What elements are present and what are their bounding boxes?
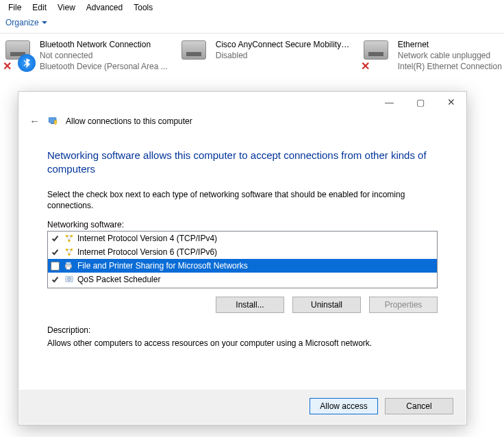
menu-bar: File Edit View Advanced Tools <box>0 0 504 15</box>
list-item-qos[interactable]: QoS Packet Scheduler <box>48 273 437 286</box>
menu-tools[interactable]: Tools <box>128 1 158 14</box>
adapter-name: Cisco AnyConnect Secure Mobility Client … <box>216 39 350 50</box>
adapter-status: Disabled <box>216 50 350 61</box>
list-item-label: Internet Protocol Version 6 (TCP/IPv6) <box>77 247 217 257</box>
uninstall-button[interactable]: Uninstall <box>292 297 361 313</box>
adapter-name: Bluetooth Network Connection <box>40 39 168 50</box>
list-item-label: QoS Packet Scheduler <box>77 275 160 284</box>
dialog-header-text: Allow connections to this computer <box>66 116 192 126</box>
adapter-icon <box>179 39 212 72</box>
allow-access-button[interactable]: Allow access <box>310 398 378 414</box>
menu-edit[interactable]: Edit <box>27 1 52 14</box>
list-item-checkbox[interactable] <box>51 262 60 271</box>
list-item-label: Internet Protocol Version 4 (TCP/IPv4) <box>77 234 217 243</box>
list-buttons-row: Install... Uninstall Properties <box>47 297 438 313</box>
error-x-icon: ✕ <box>361 60 373 72</box>
svg-rect-10 <box>66 266 71 270</box>
shield-monitor-icon <box>48 116 59 127</box>
list-item-ipv6[interactable]: Internet Protocol Version 6 (TCP/IPv6) <box>48 245 437 259</box>
adapter-texts: Bluetooth Network Connection Not connect… <box>40 39 168 73</box>
dialog-footer: Allow access Cancel <box>19 390 466 424</box>
adapter-ethernet[interactable]: ✕ Ethernet Network cable unplugged Intel… <box>361 39 504 73</box>
close-button[interactable]: ✕ <box>436 92 466 112</box>
printer-icon <box>64 260 75 271</box>
svg-rect-1 <box>51 123 54 123</box>
adapter-status: Network cable unplugged <box>398 50 504 61</box>
toolbar: Organize <box>0 15 504 34</box>
list-item-checkbox[interactable] <box>51 275 60 284</box>
adapter-bluetooth[interactable]: ✕ Bluetooth Network Connection Not conne… <box>3 39 168 73</box>
dialog-header: ← Allow connections to this computer <box>18 112 466 134</box>
list-item-file-printer-sharing[interactable]: File and Printer Sharing for Microsoft N… <box>48 259 437 273</box>
error-x-icon: ✕ <box>3 60 15 72</box>
minimize-button[interactable]: — <box>374 92 405 112</box>
networking-software-list[interactable]: Internet Protocol Version 4 (TCP/IPv4) I… <box>47 231 438 288</box>
adapter-icon: ✕ <box>361 39 394 72</box>
menu-view[interactable]: View <box>52 1 81 14</box>
bluetooth-icon <box>18 54 36 72</box>
dialog-title: Networking software allows this computer… <box>47 149 438 177</box>
adapter-device: Bluetooth Device (Personal Area ... <box>40 61 168 72</box>
protocol-icon <box>64 247 75 258</box>
adapter-status: Not connected <box>40 50 168 61</box>
description-label: Description: <box>47 325 438 335</box>
list-item-checkbox[interactable] <box>51 234 60 243</box>
cancel-button[interactable]: Cancel <box>385 398 453 414</box>
list-item-checkbox[interactable] <box>51 248 60 257</box>
properties-button: Properties <box>369 297 438 313</box>
network-adapter-icon <box>181 40 206 60</box>
chevron-down-icon <box>42 21 47 24</box>
list-label: Networking software: <box>47 220 438 229</box>
dialog-body: Networking software allows this computer… <box>18 134 466 390</box>
svg-rect-8 <box>66 262 71 265</box>
organize-label: Organize <box>5 18 39 27</box>
adapter-device: Intel(R) Ethernet Connection (5) <box>398 61 504 72</box>
adapter-texts: Cisco AnyConnect Secure Mobility Client … <box>216 39 350 73</box>
maximize-button[interactable]: ▢ <box>405 92 436 112</box>
protocol-icon <box>64 233 75 244</box>
network-adapter-icon <box>364 40 388 60</box>
adapters-list: ✕ Bluetooth Network Connection Not conne… <box>0 34 504 78</box>
install-button[interactable]: Install... <box>216 297 284 313</box>
menu-advanced[interactable]: Advanced <box>81 1 128 14</box>
dialog-titlebar: — ▢ ✕ <box>18 92 466 112</box>
adapter-cisco[interactable]: Cisco AnyConnect Secure Mobility Client … <box>179 39 350 73</box>
scheduler-icon <box>64 274 75 285</box>
organize-dropdown[interactable]: Organize <box>5 18 47 27</box>
back-arrow-icon[interactable]: ← <box>28 115 41 127</box>
description-text: Allows other computers to access resourc… <box>47 338 438 349</box>
allow-connections-dialog: — ▢ ✕ ← Allow connections to this comput… <box>18 91 467 425</box>
adapter-name: Ethernet <box>398 39 504 50</box>
menu-file[interactable]: File <box>3 1 27 14</box>
dialog-instruction: Select the check box next to each type o… <box>47 189 438 212</box>
list-item-ipv4[interactable]: Internet Protocol Version 4 (TCP/IPv4) <box>48 232 437 245</box>
list-item-label: File and Printer Sharing for Microsoft N… <box>77 261 248 271</box>
adapter-texts: Ethernet Network cable unplugged Intel(R… <box>398 39 504 73</box>
adapter-icon: ✕ <box>3 39 36 72</box>
